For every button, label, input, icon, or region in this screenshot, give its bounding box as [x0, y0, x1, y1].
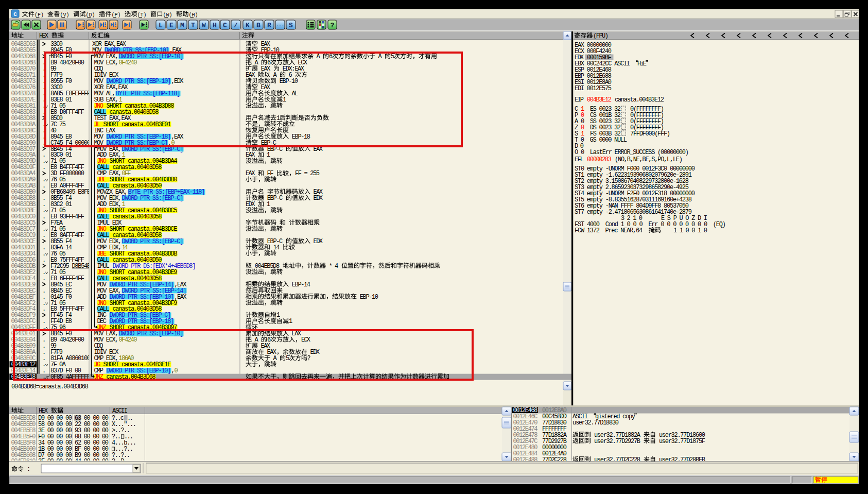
svg-text:EDX: EDX	[310, 238, 323, 245]
svg-text:.: .	[42, 305, 46, 313]
svg-text:.: .	[42, 164, 46, 171]
svg-text:(F): (F)	[34, 12, 44, 18]
svg-text:EBP-18: EBP-18	[289, 133, 310, 141]
svg-text:0F4240: 0F4240	[119, 59, 137, 66]
svg-text:R: R	[267, 22, 271, 29]
svg-text:(T): (T)	[137, 12, 147, 18]
svg-text:14: 14	[270, 244, 283, 251]
svg-text:M: M	[180, 22, 184, 29]
svg-text:EBP-10: EBP-10	[357, 294, 378, 301]
svg-text:.: .	[42, 257, 46, 264]
svg-text:user32.77D2927B: user32.77D2927B	[591, 438, 644, 445]
svg-text:.: .	[42, 275, 46, 282]
svg-text:6: 6	[329, 53, 333, 60]
svg-text:T: T	[191, 22, 195, 29]
svg-text:5: 5	[286, 355, 289, 362]
svg-text:(D): (D)	[86, 12, 95, 18]
svg-text:(FPU): (FPU)	[593, 32, 609, 40]
svg-text:FCW 1372 Prec NEAR,64: FCW 1372 Prec NEAR,64	[575, 227, 649, 234]
svg-text:0F4240: 0F4240	[119, 336, 137, 344]
svg-text:EAX: EAX	[246, 170, 258, 177]
svg-text:ECX: ECX	[301, 336, 310, 344]
svg-text:.: .	[42, 213, 46, 220]
svg-text:HiE: HiE	[637, 60, 647, 67]
svg-text:.: .	[42, 232, 46, 239]
svg-text:C: C	[223, 22, 227, 29]
svg-text:,EDX: ,EDX	[171, 78, 184, 85]
svg-text:S: S	[289, 22, 293, 29]
svg-text:(NO,B,NE,BE,S,PO,L,LE): (NO,B,NE,BE,S,PO,L,LE)	[615, 156, 683, 163]
svg-text:5: 5	[391, 53, 394, 60]
svg-text:(P): (P)	[112, 12, 121, 18]
svg-text:AL: AL	[289, 90, 298, 97]
svg-text:user32.77D1875F: user32.77D1875F	[656, 438, 705, 445]
svg-text:O 0 LastErr ERROR_SUCCESS (00: O 0 LastErr ERROR_SUCCESS (00000000)	[575, 149, 689, 156]
svg-text:EBP-10: EBP-10	[276, 78, 298, 85]
svg-text:...: ...	[276, 23, 284, 28]
svg-text:1: 1	[276, 115, 280, 122]
svg-text:HEX: HEX	[39, 32, 48, 40]
svg-text:user32.77D18830: user32.77D18830	[572, 419, 619, 427]
svg-text:E: E	[169, 22, 173, 29]
svg-text:H: H	[213, 22, 217, 29]
svg-text:1: 1	[283, 96, 286, 104]
svg-text:(W): (W)	[163, 12, 172, 18]
svg-text:EIP: EIP	[575, 96, 584, 104]
svg-text:7FFDF000(FFF): 7FFDF000(FFF)	[630, 130, 670, 138]
svg-text:/: /	[234, 22, 238, 29]
svg-text:DWORD PTR SS:[EBP-C]: DWORD PTR SS:[EBP-C]	[122, 195, 184, 202]
svg-text:DWORD PTR SS:[EBP-C]: DWORD PTR SS:[EBP-C]	[122, 238, 184, 245]
svg-text::: :	[27, 466, 30, 473]
svg-text:00000283: 00000283	[587, 156, 612, 163]
svg-text:* 4: * 4	[326, 263, 341, 270]
svg-text:FF = 255: FF = 255	[295, 170, 320, 177]
svg-text:(V): (V)	[60, 12, 70, 18]
svg-text:EDX: EDX	[310, 195, 323, 202]
svg-text:BYTE PTR SS:[EBP-118]: BYTE PTR SS:[EBP-118]	[116, 90, 181, 97]
svg-text:EAX: EAX	[246, 72, 258, 79]
svg-text:EFL: EFL	[575, 156, 584, 163]
svg-text:EAX: EAX	[289, 330, 301, 337]
svg-text:EAX: EAX	[258, 84, 270, 91]
svg-text:canasta.004B3E12: canasta.004B3E12	[615, 96, 664, 104]
svg-text:1: 1	[289, 318, 292, 325]
svg-text:0: 0	[175, 367, 178, 374]
svg-text:K: K	[246, 22, 250, 29]
svg-text:.: .	[42, 182, 46, 190]
svg-text:?: ?	[331, 22, 335, 29]
svg-text:004B3D68=canasta.004B3D68: 004B3D68=canasta.004B3D68	[11, 383, 89, 390]
svg-text:EDI 0012E575: EDI 0012E575	[575, 85, 612, 92]
svg-text:004B3E12: 004B3E12	[587, 96, 612, 104]
svg-text:1 1 0 0 1 0: 1 1 0 0 1 0	[673, 227, 707, 234]
svg-text:EBP-14: EBP-14	[289, 281, 310, 288]
svg-text:1: 1	[264, 201, 270, 208]
svg-text:HEX: HEX	[39, 407, 48, 415]
svg-text:EDX: EDX	[307, 349, 320, 356]
svg-text:C: C	[13, 11, 17, 18]
svg-text:B: B	[256, 22, 261, 29]
svg-text:EDX: EDX	[246, 201, 258, 208]
svg-text:L: L	[159, 22, 163, 29]
svg-text:A: A	[375, 53, 385, 60]
svg-text:A: A	[314, 53, 323, 60]
svg-text:EAX: EAX	[246, 151, 258, 159]
svg-text:W: W	[202, 22, 206, 29]
svg-text:ASCII: ASCII	[112, 407, 128, 415]
svg-text:1: 1	[264, 151, 270, 159]
svg-text:(H): (H)	[189, 12, 198, 18]
